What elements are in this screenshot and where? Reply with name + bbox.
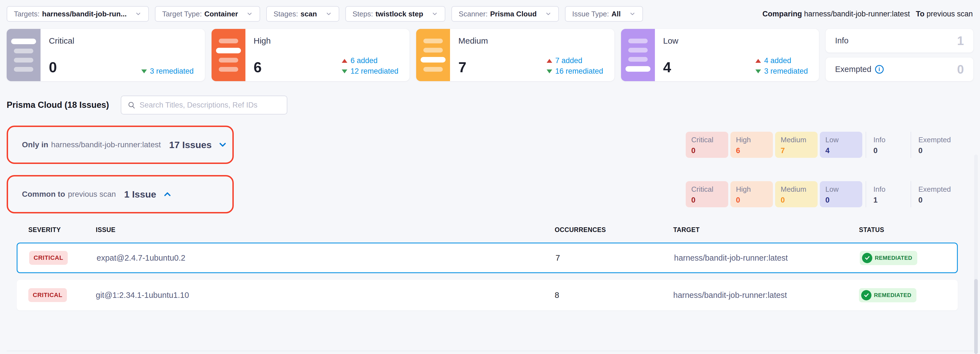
filter-value: Prisma Cloud <box>490 10 537 18</box>
chevron-down-icon <box>629 11 636 17</box>
filter-label: Targets: <box>14 10 40 18</box>
added-link[interactable]: 7 added <box>547 56 582 65</box>
severity-card-label: Critical <box>49 36 197 46</box>
filter-issue-type[interactable]: Issue Type: All <box>565 6 643 22</box>
target-name: harness/bandit-job-runner:latest <box>665 291 855 300</box>
pill-low: Low 4 <box>820 132 862 158</box>
group-only-in: Only in harness/bandit-job-runner:latest… <box>7 126 973 164</box>
chevron-down-icon <box>545 11 552 17</box>
triangle-down-icon <box>756 69 761 73</box>
target-name: harness/bandit-job-runner:latest <box>666 254 856 263</box>
pill-critical: Critical 0 <box>686 181 728 207</box>
pill-exempted: Exempted 0 <box>911 181 952 207</box>
group-only-in-header[interactable]: Only in harness/bandit-job-runner:latest… <box>7 126 234 164</box>
triangle-down-icon <box>547 69 552 73</box>
comparing-target: harness/bandit-job-runner:latest <box>804 10 910 18</box>
group-issue-count: 17 Issues <box>169 139 212 150</box>
info-card-label: Info <box>835 36 848 45</box>
chevron-up-icon <box>162 189 172 199</box>
severity-badge: CRITICAL <box>29 251 68 265</box>
medium-severity-icon <box>416 29 450 81</box>
info-exempted-column: Info 1 Exempted 0 <box>826 29 973 81</box>
filter-value: harness/bandit-job-run... <box>42 10 127 18</box>
exempted-card-count: 0 <box>957 62 964 77</box>
column-header-occurrences: OCCURRENCES <box>544 226 665 234</box>
comparing-label: Comparing <box>762 10 802 18</box>
added-link[interactable]: 6 added <box>342 56 377 65</box>
filter-label: Target Type: <box>162 10 202 18</box>
severity-summary-row: Critical 0 3 remediated High 6 <box>7 29 973 81</box>
filter-label: Stages: <box>274 10 298 18</box>
low-severity-icon <box>621 29 655 81</box>
issues-table: SEVERITY ISSUE OCCURRENCES TARGET STATUS… <box>17 226 958 310</box>
group-common-to-header[interactable]: Common to previous scan 1 Issue <box>7 175 234 214</box>
filter-stages[interactable]: Stages: scan <box>266 6 339 22</box>
pill-exempted: Exempted 0 <box>911 132 952 158</box>
high-severity-icon <box>212 29 245 81</box>
remediated-link[interactable]: 3 remediated <box>141 67 194 76</box>
occurrences-count: 8 <box>544 291 665 300</box>
filter-steps[interactable]: Steps: twistlock step <box>345 6 445 22</box>
column-header-issue: ISSUE <box>85 226 544 234</box>
remediated-link[interactable]: 3 remediated <box>756 67 808 76</box>
page-title: Prisma Cloud (18 Issues) <box>7 100 109 110</box>
severity-pills: Critical 0 High 6 Medium 7 Low 4 Info 0 … <box>686 132 952 158</box>
remediated-link[interactable]: 12 remediated <box>342 67 398 76</box>
issue-name: git@1:2.34.1-1ubuntu1.10 <box>85 291 544 300</box>
pill-info: Info 1 <box>865 181 907 207</box>
table-row[interactable]: CRITICAL expat@2.4.7-1ubuntu0.2 7 harnes… <box>17 242 958 273</box>
info-card: Info 1 <box>826 29 973 53</box>
severity-card-label: High <box>254 36 401 46</box>
severity-card-label: Low <box>663 36 811 46</box>
search-input[interactable] <box>140 101 281 110</box>
status-badge: REMEDIATED <box>859 288 916 302</box>
filter-value: Container <box>204 10 238 18</box>
pill-low: Low 0 <box>820 181 862 207</box>
chevron-down-icon <box>218 140 228 150</box>
pill-high: High 0 <box>730 181 773 207</box>
table-header: SEVERITY ISSUE OCCURRENCES TARGET STATUS <box>17 226 958 242</box>
filter-targets[interactable]: Targets: harness/bandit-job-run... <box>7 6 149 22</box>
check-circle-icon <box>862 253 872 263</box>
filter-target-type[interactable]: Target Type: Container <box>155 6 260 22</box>
chevron-down-icon <box>135 11 142 17</box>
severity-card-critical: Critical 0 3 remediated <box>7 29 205 81</box>
group-common-to: Common to previous scan 1 Issue Critical… <box>7 175 973 214</box>
group-scope: previous scan <box>68 190 116 199</box>
info-circle-icon[interactable] <box>875 65 884 73</box>
column-header-status: STATUS <box>855 226 958 234</box>
filter-label: Steps: <box>353 10 373 18</box>
filter-label: Scanner: <box>459 10 487 18</box>
chevron-down-icon <box>431 11 438 17</box>
filter-bar: Targets: harness/bandit-job-run... Targe… <box>0 0 980 22</box>
issues-section-header: Prisma Cloud (18 Issues) <box>7 96 973 115</box>
table-row[interactable]: CRITICAL git@1:2.34.1-1ubuntu1.10 8 harn… <box>17 280 958 310</box>
scrollbar-thumb[interactable] <box>974 279 978 354</box>
exempted-card: Exempted 0 <box>826 57 973 81</box>
search-box <box>121 96 287 115</box>
severity-card-high: High 6 6 added 12 remediated <box>212 29 410 81</box>
triangle-down-icon <box>342 69 347 73</box>
comparing-baseline: previous scan <box>926 10 973 18</box>
group-scope: harness/bandit-job-runner:latest <box>51 140 161 149</box>
scan-results-page: Targets: harness/bandit-job-run... Targe… <box>0 0 980 354</box>
column-header-severity: SEVERITY <box>17 226 85 234</box>
severity-badge: CRITICAL <box>28 288 67 302</box>
triangle-down-icon <box>141 69 147 73</box>
status-badge: REMEDIATED <box>860 251 917 265</box>
chevron-down-icon <box>246 11 253 17</box>
search-icon <box>127 101 136 109</box>
remediated-link[interactable]: 16 remediated <box>547 67 603 76</box>
pill-high: High 6 <box>730 132 773 158</box>
chevron-down-icon <box>325 11 332 17</box>
triangle-up-icon <box>756 59 761 63</box>
check-circle-icon <box>861 290 872 300</box>
triangle-up-icon <box>547 59 552 63</box>
severity-card-label: Medium <box>458 36 606 46</box>
critical-severity-icon <box>7 29 41 81</box>
pill-info: Info 0 <box>865 132 907 158</box>
comparing-to-label: To <box>916 10 924 18</box>
filter-scanner[interactable]: Scanner: Prisma Cloud <box>452 6 559 22</box>
filter-value: twistlock step <box>375 10 423 18</box>
added-link[interactable]: 4 added <box>756 56 791 65</box>
